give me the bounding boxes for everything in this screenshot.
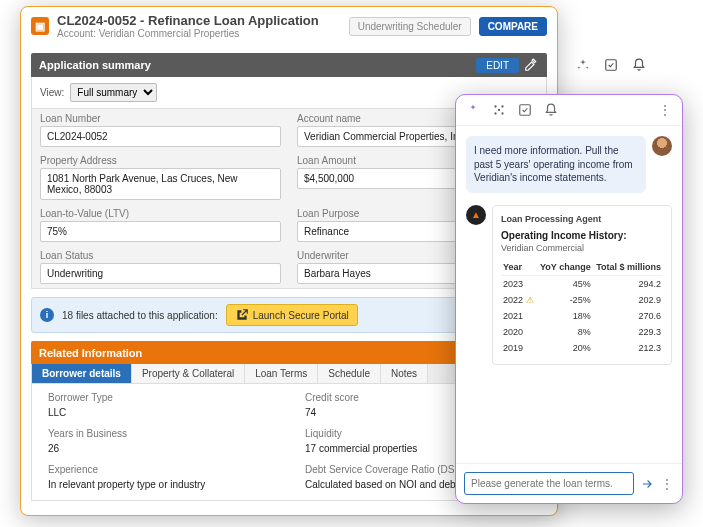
send-icon[interactable] — [640, 477, 654, 491]
years-business-value: 26 — [48, 441, 273, 456]
cell-total: 229.3 — [593, 324, 663, 340]
launch-label: Launch Secure Portal — [253, 310, 349, 321]
external-link-icon — [235, 308, 249, 322]
view-select[interactable]: Full summary — [70, 83, 157, 102]
cell-total: 270.6 — [593, 308, 663, 324]
table-row: 2022⚠-25%202.9 — [501, 292, 663, 308]
underwriting-scheduler-button[interactable]: Underwriting Scheduler — [349, 17, 471, 36]
sparkle-icon[interactable] — [576, 58, 590, 72]
cell-yoy: 45% — [537, 275, 593, 292]
tab-borrower-details[interactable]: Borrower details — [32, 364, 132, 383]
field-label: Borrower Type — [48, 392, 273, 403]
check-icon[interactable] — [518, 103, 532, 117]
table-row: 202118%270.6 — [501, 308, 663, 324]
related-title: Related Information — [39, 347, 477, 359]
cell-yoy: -25% — [537, 292, 593, 308]
app-icon: ▣ — [31, 17, 49, 35]
cell-year: 2019 — [501, 340, 537, 356]
info-icon: i — [40, 308, 54, 322]
property-address-value: 1081 North Park Avenue, Las Cruces, New … — [40, 168, 281, 200]
page-subtitle: Account: Veridian Commercial Properties — [57, 28, 341, 39]
nodes-icon[interactable] — [492, 103, 506, 117]
user-message-text: I need more information. Pull the past 5… — [466, 136, 646, 193]
sparkle-icon[interactable] — [466, 103, 480, 117]
field-label: Property Address — [40, 155, 281, 166]
agent-header: ⋮ — [456, 95, 682, 126]
table-row: 201920%212.3 — [501, 340, 663, 356]
agent-avatar: ▲ — [466, 205, 486, 225]
svg-point-3 — [494, 112, 496, 114]
cell-yoy: 8% — [537, 324, 593, 340]
page-title: CL2024-0052 - Refinance Loan Application — [57, 13, 341, 28]
field-label: Years in Business — [48, 428, 273, 439]
header-titles: CL2024-0052 - Refinance Loan Application… — [57, 13, 341, 39]
side-action-strip — [564, 50, 679, 80]
cell-yoy: 18% — [537, 308, 593, 324]
col-yoy: YoY change — [537, 259, 593, 276]
tab-loan-terms[interactable]: Loan Terms — [245, 364, 318, 383]
edit-icon[interactable] — [523, 57, 539, 73]
svg-point-2 — [501, 105, 503, 107]
user-avatar — [652, 136, 672, 156]
svg-point-4 — [501, 112, 503, 114]
agent-body: I need more information. Pull the past 5… — [456, 126, 682, 463]
borrower-type-value: LLC — [48, 405, 273, 420]
agent-input-row: ⋮ — [456, 463, 682, 503]
bell-icon[interactable] — [544, 103, 558, 117]
col-year: Year — [501, 259, 537, 276]
attachments-text: 18 files attached to this application: — [62, 310, 218, 321]
agent-name: Loan Processing Agent — [501, 214, 663, 224]
agent-panel: ⋮ I need more information. Pull the past… — [455, 94, 683, 504]
input-more-icon[interactable]: ⋮ — [660, 477, 674, 491]
loan-status-value: Underwriting — [40, 263, 281, 284]
tab-notes[interactable]: Notes — [381, 364, 428, 383]
bell-icon[interactable] — [632, 58, 646, 72]
operating-income-subtitle: Veridian Commercial — [501, 243, 663, 253]
cell-total: 202.9 — [593, 292, 663, 308]
cell-total: 294.2 — [593, 275, 663, 292]
table-row: 202345%294.2 — [501, 275, 663, 292]
operating-income-title: Operating Income History: — [501, 230, 663, 241]
loan-number-value: CL2024-0052 — [40, 126, 281, 147]
svg-point-1 — [494, 105, 496, 107]
cell-year: 2023 — [501, 275, 537, 292]
cell-total: 212.3 — [593, 340, 663, 356]
field-label: Loan Number — [40, 113, 281, 124]
check-icon[interactable] — [604, 58, 618, 72]
ltv-value: 75% — [40, 221, 281, 242]
experience-value: In relevant property type or industry — [48, 477, 273, 492]
table-row: 20208%229.3 — [501, 324, 663, 340]
summary-title: Application summary — [39, 59, 476, 71]
launch-secure-portal-button[interactable]: Launch Secure Portal — [226, 304, 358, 326]
more-icon[interactable]: ⋮ — [658, 103, 672, 117]
compare-button[interactable]: COMPARE — [479, 17, 547, 36]
field-label: Experience — [48, 464, 273, 475]
svg-rect-0 — [606, 60, 617, 71]
income-history-table: Year YoY change Total $ millions 202345%… — [501, 259, 663, 356]
cell-yoy: 20% — [537, 340, 593, 356]
user-message: I need more information. Pull the past 5… — [466, 136, 672, 193]
agent-input[interactable] — [464, 472, 634, 495]
warning-icon: ⚠ — [526, 295, 534, 305]
agent-message: ▲ Loan Processing Agent Operating Income… — [466, 205, 672, 365]
field-label: Loan Status — [40, 250, 281, 261]
field-label: Loan-to-Value (LTV) — [40, 208, 281, 219]
view-label: View: — [40, 87, 64, 98]
edit-button[interactable]: EDIT — [476, 58, 519, 73]
cell-year: 2021 — [501, 308, 537, 324]
tab-property-collateral[interactable]: Property & Collateral — [132, 364, 245, 383]
svg-rect-6 — [520, 105, 531, 116]
panel-header: ▣ CL2024-0052 - Refinance Loan Applicati… — [21, 7, 557, 45]
svg-point-5 — [498, 109, 500, 111]
cell-year: 2022⚠ — [501, 292, 537, 308]
agent-card: Loan Processing Agent Operating Income H… — [492, 205, 672, 365]
tab-schedule[interactable]: Schedule — [318, 364, 381, 383]
summary-bar: Application summary EDIT — [31, 53, 547, 77]
col-total: Total $ millions — [593, 259, 663, 276]
cell-year: 2020 — [501, 324, 537, 340]
